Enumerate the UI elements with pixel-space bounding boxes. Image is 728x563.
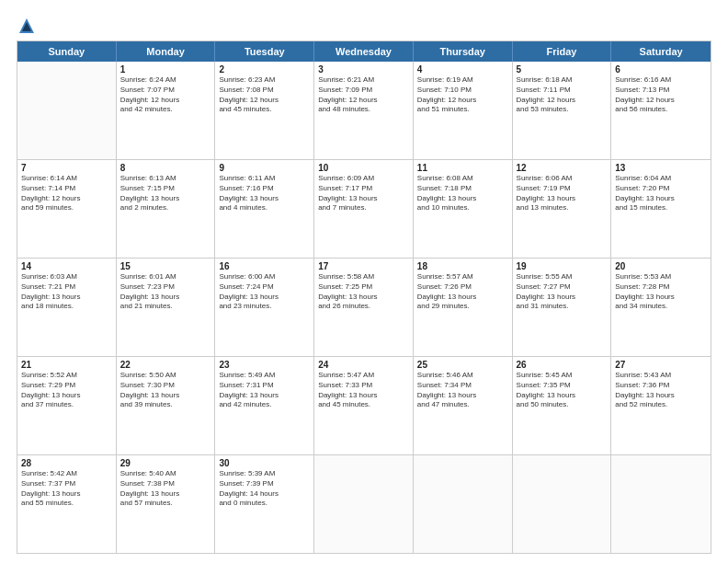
weekday-header-saturday: Saturday — [611, 41, 711, 62]
weekday-header-tuesday: Tuesday — [215, 41, 314, 62]
calendar-body: 1Sunrise: 6:24 AM Sunset: 7:07 PM Daylig… — [17, 62, 711, 553]
day-number: 21 — [21, 360, 112, 370]
day-number: 22 — [120, 360, 211, 370]
cell-info: Sunrise: 5:39 AM Sunset: 7:39 PM Dayligh… — [219, 469, 310, 509]
weekday-header-wednesday: Wednesday — [314, 41, 414, 62]
day-number: 16 — [219, 261, 310, 271]
calendar-cell — [414, 455, 513, 553]
calendar-cell: 24Sunrise: 5:47 AM Sunset: 7:33 PM Dayli… — [314, 357, 414, 454]
cell-info: Sunrise: 5:40 AM Sunset: 7:38 PM Dayligh… — [120, 469, 211, 509]
day-number: 5 — [517, 64, 608, 75]
cell-info: Sunrise: 5:57 AM Sunset: 7:26 PM Dayligh… — [417, 272, 508, 312]
calendar-cell: 28Sunrise: 5:42 AM Sunset: 7:37 PM Dayli… — [17, 455, 117, 553]
calendar-cell: 16Sunrise: 6:00 AM Sunset: 7:24 PM Dayli… — [215, 259, 314, 356]
calendar-row-5: 28Sunrise: 5:42 AM Sunset: 7:37 PM Dayli… — [17, 455, 711, 553]
calendar-cell: 20Sunrise: 5:53 AM Sunset: 7:28 PM Dayli… — [611, 259, 711, 356]
weekday-header-friday: Friday — [513, 41, 612, 62]
day-number: 7 — [21, 163, 112, 173]
calendar-cell: 27Sunrise: 5:43 AM Sunset: 7:36 PM Dayli… — [611, 357, 711, 454]
cell-info: Sunrise: 6:19 AM Sunset: 7:10 PM Dayligh… — [417, 75, 508, 115]
day-number: 15 — [120, 261, 211, 271]
calendar: SundayMondayTuesdayWednesdayThursdayFrid… — [17, 40, 711, 554]
day-number: 11 — [417, 163, 508, 173]
cell-info: Sunrise: 5:53 AM Sunset: 7:28 PM Dayligh… — [615, 272, 707, 312]
day-number: 2 — [219, 64, 310, 75]
calendar-cell: 13Sunrise: 6:04 AM Sunset: 7:20 PM Dayli… — [611, 160, 711, 258]
calendar-row-4: 21Sunrise: 5:52 AM Sunset: 7:29 PM Dayli… — [17, 357, 711, 455]
calendar-cell: 4Sunrise: 6:19 AM Sunset: 7:10 PM Daylig… — [414, 62, 513, 159]
calendar-cell: 5Sunrise: 6:18 AM Sunset: 7:11 PM Daylig… — [513, 62, 612, 159]
cell-info: Sunrise: 5:45 AM Sunset: 7:35 PM Dayligh… — [517, 371, 608, 410]
cell-info: Sunrise: 6:14 AM Sunset: 7:14 PM Dayligh… — [21, 174, 112, 213]
calendar-cell: 15Sunrise: 6:01 AM Sunset: 7:23 PM Dayli… — [117, 259, 216, 356]
calendar-row-3: 14Sunrise: 6:03 AM Sunset: 7:21 PM Dayli… — [17, 259, 711, 357]
cell-info: Sunrise: 6:18 AM Sunset: 7:11 PM Dayligh… — [517, 75, 608, 115]
header — [17, 17, 711, 31]
logo-icon — [17, 17, 36, 35]
day-number: 6 — [615, 64, 707, 75]
day-number: 28 — [21, 458, 112, 468]
calendar-cell: 10Sunrise: 6:09 AM Sunset: 7:17 PM Dayli… — [314, 160, 414, 258]
calendar-cell — [611, 455, 711, 553]
day-number: 29 — [120, 458, 211, 468]
cell-info: Sunrise: 5:55 AM Sunset: 7:27 PM Dayligh… — [517, 272, 608, 312]
cell-info: Sunrise: 6:09 AM Sunset: 7:17 PM Dayligh… — [318, 174, 409, 213]
calendar-cell: 6Sunrise: 6:16 AM Sunset: 7:13 PM Daylig… — [611, 62, 711, 159]
day-number: 23 — [219, 360, 310, 370]
cell-info: Sunrise: 6:16 AM Sunset: 7:13 PM Dayligh… — [615, 75, 707, 115]
day-number: 19 — [517, 261, 608, 271]
weekday-header-sunday: Sunday — [17, 41, 117, 62]
cell-info: Sunrise: 6:24 AM Sunset: 7:07 PM Dayligh… — [120, 75, 211, 115]
calendar-row-2: 7Sunrise: 6:14 AM Sunset: 7:14 PM Daylig… — [17, 160, 711, 259]
cell-info: Sunrise: 5:50 AM Sunset: 7:30 PM Dayligh… — [120, 371, 211, 410]
cell-info: Sunrise: 5:52 AM Sunset: 7:29 PM Dayligh… — [21, 371, 112, 410]
day-number: 13 — [615, 163, 707, 173]
calendar-cell — [314, 455, 414, 553]
calendar-cell: 18Sunrise: 5:57 AM Sunset: 7:26 PM Dayli… — [414, 259, 513, 356]
cell-info: Sunrise: 5:42 AM Sunset: 7:37 PM Dayligh… — [21, 469, 112, 509]
day-number: 18 — [417, 261, 508, 271]
page: SundayMondayTuesdayWednesdayThursdayFrid… — [0, 0, 728, 563]
calendar-cell: 2Sunrise: 6:23 AM Sunset: 7:08 PM Daylig… — [215, 62, 314, 159]
cell-info: Sunrise: 6:21 AM Sunset: 7:09 PM Dayligh… — [318, 75, 409, 115]
cell-info: Sunrise: 6:08 AM Sunset: 7:18 PM Dayligh… — [417, 174, 508, 213]
cell-info: Sunrise: 5:43 AM Sunset: 7:36 PM Dayligh… — [615, 371, 707, 410]
calendar-cell: 21Sunrise: 5:52 AM Sunset: 7:29 PM Dayli… — [17, 357, 117, 454]
cell-info: Sunrise: 6:11 AM Sunset: 7:16 PM Dayligh… — [219, 174, 310, 213]
weekday-header-thursday: Thursday — [414, 41, 513, 62]
calendar-cell — [513, 455, 612, 553]
day-number: 10 — [318, 163, 409, 173]
day-number: 14 — [21, 261, 112, 271]
logo — [17, 17, 37, 31]
calendar-cell: 25Sunrise: 5:46 AM Sunset: 7:34 PM Dayli… — [414, 357, 513, 454]
calendar-cell: 1Sunrise: 6:24 AM Sunset: 7:07 PM Daylig… — [117, 62, 216, 159]
calendar-cell: 22Sunrise: 5:50 AM Sunset: 7:30 PM Dayli… — [117, 357, 216, 454]
calendar-cell: 19Sunrise: 5:55 AM Sunset: 7:27 PM Dayli… — [513, 259, 612, 356]
day-number: 25 — [417, 360, 508, 370]
calendar-cell: 12Sunrise: 6:06 AM Sunset: 7:19 PM Dayli… — [513, 160, 612, 258]
day-number: 24 — [318, 360, 409, 370]
day-number: 3 — [318, 64, 409, 75]
cell-info: Sunrise: 6:04 AM Sunset: 7:20 PM Dayligh… — [615, 174, 707, 213]
calendar-cell: 8Sunrise: 6:13 AM Sunset: 7:15 PM Daylig… — [117, 160, 216, 258]
cell-info: Sunrise: 6:06 AM Sunset: 7:19 PM Dayligh… — [517, 174, 608, 213]
cell-info: Sunrise: 6:03 AM Sunset: 7:21 PM Dayligh… — [21, 272, 112, 312]
calendar-cell: 30Sunrise: 5:39 AM Sunset: 7:39 PM Dayli… — [215, 455, 314, 553]
day-number: 17 — [318, 261, 409, 271]
calendar-cell: 29Sunrise: 5:40 AM Sunset: 7:38 PM Dayli… — [117, 455, 216, 553]
day-number: 12 — [517, 163, 608, 173]
day-number: 1 — [120, 64, 211, 75]
calendar-cell: 26Sunrise: 5:45 AM Sunset: 7:35 PM Dayli… — [513, 357, 612, 454]
calendar-cell: 11Sunrise: 6:08 AM Sunset: 7:18 PM Dayli… — [414, 160, 513, 258]
cell-info: Sunrise: 6:00 AM Sunset: 7:24 PM Dayligh… — [219, 272, 310, 312]
calendar-cell: 3Sunrise: 6:21 AM Sunset: 7:09 PM Daylig… — [314, 62, 414, 159]
day-number: 20 — [615, 261, 707, 271]
cell-info: Sunrise: 6:23 AM Sunset: 7:08 PM Dayligh… — [219, 75, 310, 115]
calendar-cell — [17, 62, 117, 159]
day-number: 8 — [120, 163, 211, 173]
calendar-header-row: SundayMondayTuesdayWednesdayThursdayFrid… — [17, 41, 711, 62]
cell-info: Sunrise: 5:49 AM Sunset: 7:31 PM Dayligh… — [219, 371, 310, 410]
cell-info: Sunrise: 5:58 AM Sunset: 7:25 PM Dayligh… — [318, 272, 409, 312]
calendar-cell: 17Sunrise: 5:58 AM Sunset: 7:25 PM Dayli… — [314, 259, 414, 356]
calendar-cell: 9Sunrise: 6:11 AM Sunset: 7:16 PM Daylig… — [215, 160, 314, 258]
